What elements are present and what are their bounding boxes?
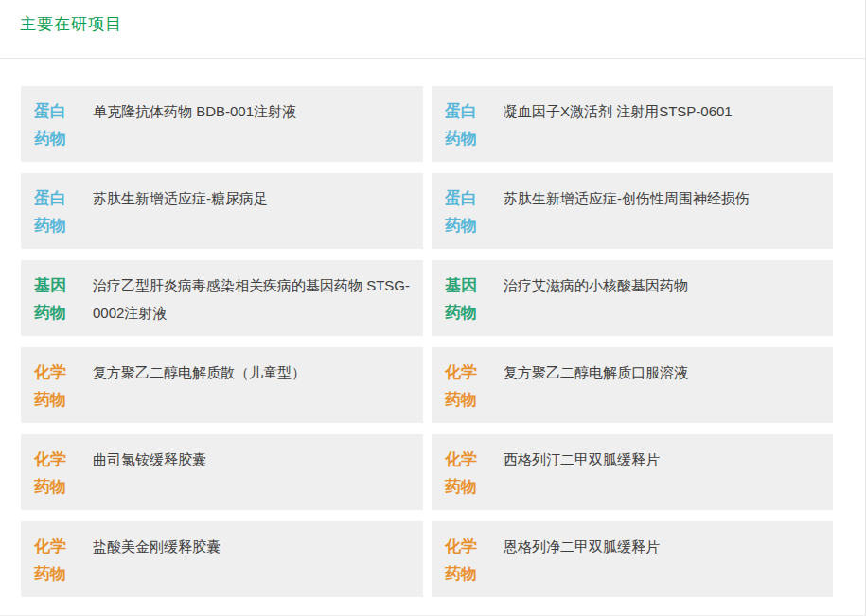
header-divider — [0, 58, 866, 59]
category-label-line-2: 药物 — [445, 125, 483, 152]
category-label-line-2: 药物 — [34, 125, 72, 152]
category-label-line-1: 蛋白 — [445, 97, 483, 125]
category-label-line-1: 化学 — [34, 359, 72, 386]
category-label-line-2: 药物 — [34, 473, 72, 501]
category-label-line-2: 药物 — [34, 386, 72, 414]
project-category-label: 化学 药物 — [34, 533, 72, 588]
project-card: 化学 药物 复方聚乙二醇电解质散（儿童型） — [21, 347, 423, 423]
project-name: 苏肽生新增适应症-糖尿病足 — [93, 185, 268, 212]
project-category-label: 化学 药物 — [445, 533, 483, 588]
project-category-label: 化学 药物 — [34, 446, 72, 501]
project-name: 苏肽生新增适应症-创伤性周围神经损伤 — [504, 185, 750, 212]
project-card: 蛋白 药物 苏肽生新增适应症-创伤性周围神经损伤 — [432, 173, 833, 249]
project-card: 基因 药物 治疗艾滋病的小核酸基因药物 — [432, 260, 833, 336]
project-name: 凝血因子X激活剂 注射用STSP-0601 — [504, 97, 733, 125]
category-label-line-1: 化学 — [34, 446, 72, 473]
project-category-label: 化学 药物 — [34, 359, 72, 414]
panel-header: 主要在研项目 — [0, 0, 865, 58]
category-label-line-1: 基因 — [34, 272, 72, 299]
project-name: 单克隆抗体药物 BDB-001注射液 — [93, 97, 296, 125]
project-card: 化学 药物 复方聚乙二醇电解质口服溶液 — [432, 347, 833, 423]
project-category-label: 基因 药物 — [34, 272, 72, 326]
project-card: 化学 药物 西格列汀二甲双胍缓释片 — [432, 434, 833, 510]
main-rd-projects-panel: 主要在研项目 蛋白 药物 单克隆抗体药物 BDB-001注射液 蛋白 药物 凝血… — [0, 0, 866, 616]
category-label-line-1: 蛋白 — [34, 185, 72, 212]
category-label-line-1: 蛋白 — [34, 97, 72, 125]
project-card: 蛋白 药物 凝血因子X激活剂 注射用STSP-0601 — [432, 86, 833, 162]
category-label-line-2: 药物 — [34, 560, 72, 588]
category-label-line-2: 药物 — [34, 212, 72, 239]
project-name: 治疗艾滋病的小核酸基因药物 — [504, 272, 688, 299]
category-label-line-2: 药物 — [34, 299, 72, 326]
project-name: 盐酸美金刚缓释胶囊 — [93, 533, 221, 560]
project-card: 化学 药物 曲司氯铵缓释胶囊 — [21, 434, 423, 510]
project-card: 化学 药物 盐酸美金刚缓释胶囊 — [21, 521, 423, 597]
category-label-line-1: 化学 — [445, 533, 483, 560]
category-label-line-1: 化学 — [34, 533, 72, 560]
project-card: 蛋白 药物 单克隆抗体药物 BDB-001注射液 — [21, 86, 423, 162]
category-label-line-2: 药物 — [445, 299, 483, 326]
project-category-label: 基因 药物 — [445, 272, 483, 326]
project-category-label: 蛋白 药物 — [445, 185, 483, 239]
project-name: 复方聚乙二醇电解质散（儿童型） — [93, 359, 306, 386]
project-card: 基因 药物 治疗乙型肝炎病毒感染相关疾病的基因药物 STSG-0002注射液 — [21, 260, 423, 336]
category-label-line-1: 蛋白 — [445, 185, 483, 212]
project-name: 曲司氯铵缓释胶囊 — [93, 446, 206, 473]
project-card: 蛋白 药物 苏肽生新增适应症-糖尿病足 — [21, 173, 423, 249]
category-label-line-1: 化学 — [445, 446, 483, 473]
project-category-label: 蛋白 药物 — [445, 97, 483, 152]
project-name: 西格列汀二甲双胍缓释片 — [504, 446, 660, 473]
category-label-line-2: 药物 — [445, 386, 483, 414]
category-label-line-2: 药物 — [445, 473, 483, 501]
project-category-label: 化学 药物 — [445, 359, 483, 414]
project-category-label: 蛋白 药物 — [34, 97, 72, 152]
project-name: 复方聚乙二醇电解质口服溶液 — [504, 359, 688, 386]
project-name: 治疗乙型肝炎病毒感染相关疾病的基因药物 STSG-0002注射液 — [93, 272, 410, 326]
project-category-label: 蛋白 药物 — [34, 185, 72, 239]
category-label-line-2: 药物 — [445, 212, 483, 239]
section-title: 主要在研项目 — [0, 0, 865, 35]
category-label-line-2: 药物 — [445, 560, 483, 588]
category-label-line-1: 基因 — [445, 272, 483, 299]
project-name: 恩格列净二甲双胍缓释片 — [504, 533, 660, 560]
project-card: 化学 药物 恩格列净二甲双胍缓释片 — [432, 521, 833, 597]
project-category-label: 化学 药物 — [445, 446, 483, 501]
category-label-line-1: 化学 — [445, 359, 483, 386]
projects-grid: 蛋白 药物 单克隆抗体药物 BDB-001注射液 蛋白 药物 凝血因子X激活剂 … — [21, 86, 833, 597]
